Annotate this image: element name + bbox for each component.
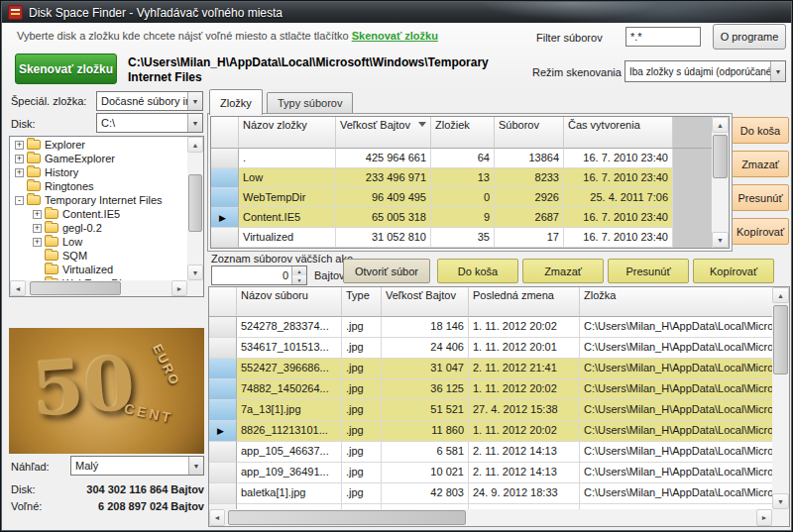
folder-tree[interactable]: +Explorer+GameExplorer+HistoryRingtones-… [9,136,204,297]
file-row[interactable]: 8826_11213101....jpg11 8601. 11. 2012 20… [209,421,772,442]
tree-item[interactable]: -Temporary Internet Files [10,193,187,207]
scroll-left-icon[interactable] [10,280,26,296]
folders-scrollbar-vertical[interactable] [712,117,729,248]
collapse-icon[interactable]: - [15,196,24,205]
folder-delete-button[interactable]: Zmazať [732,151,789,177]
expand-icon[interactable]: + [15,141,24,150]
row-selector[interactable] [211,188,239,208]
file-row[interactable]: 7a_13[1].jpg.jpg51 52127. 4. 2012 15:38C… [209,400,772,421]
column-header-modified[interactable]: Posledná zmena [469,287,580,317]
column-header-file-count[interactable]: Súborov [495,117,564,149]
expand-icon[interactable]: + [33,238,42,247]
tree-item[interactable]: Ringtones [10,179,187,193]
preview-size-select[interactable]: Malý [70,456,204,476]
scrollbar-track[interactable] [712,133,729,232]
column-header-folder[interactable]: Zložka [580,287,772,317]
file-copy-button[interactable]: Kopírovať [693,259,774,283]
tree-item[interactable]: +GameExplorer [10,152,187,165]
open-file-button[interactable]: Otvoriť súbor [343,259,430,283]
row-selector[interactable] [209,379,237,400]
tree-scrollbar-horizontal[interactable] [10,280,187,296]
about-button[interactable]: O programe [713,24,786,50]
scroll-right-icon[interactable] [171,280,187,296]
row-selector[interactable] [209,338,237,359]
row-selector[interactable] [209,359,237,379]
special-folder-select[interactable]: Dočasné súbory inter [96,91,203,111]
file-row[interactable]: app_109_36491....jpg10 0212. 11. 2012 14… [209,463,772,483]
files-scrollbar-horizontal[interactable] [209,509,772,526]
file-move-button[interactable]: Presunúť [608,259,689,283]
files-scrollbar-vertical[interactable] [772,287,789,509]
file-row[interactable]: 552427_396686....jpg31 0472. 11. 2012 21… [209,359,772,379]
chevron-down-icon[interactable] [187,92,202,110]
tree-item[interactable]: +Low [10,235,187,249]
filter-input[interactable]: *.* [625,27,701,47]
row-selector[interactable] [211,208,239,228]
tree-item[interactable]: +gegl-0.2 [10,221,187,235]
title-bar[interactable]: Disk Space Finder - Vyhľadávač voľného m… [2,2,791,23]
min-size-input[interactable]: 0 [211,266,307,285]
grid-corner-cell[interactable] [211,117,239,149]
file-row[interactable]: app_105_46637....jpg6 5812. 11. 2012 14:… [209,442,772,463]
column-header-size[interactable]: Veľkosť Bajtov [382,287,469,317]
folder-row[interactable]: Low233 496 97113823316. 7. 2010 23:40 [211,168,712,188]
row-selector[interactable] [209,421,237,442]
file-trash-button[interactable]: Do koša [437,259,518,283]
spinner-down-icon[interactable] [292,275,306,284]
scan-mode-select[interactable]: Iba zložky s údajmi (odporúčané) [624,60,786,82]
file-row[interactable]: baletka[1].jpg.jpg42 80324. 9. 2012 18:3… [209,483,772,504]
row-selector[interactable] [209,442,237,463]
folder-row[interactable]: .425 964 661641386416. 7. 2010 23:40 [211,149,712,168]
column-header-file-name[interactable]: Názov súboru [237,287,342,317]
spinner-up-icon[interactable] [292,266,306,275]
scan-folder-link[interactable]: Skenovať zložku [352,30,438,42]
scroll-down-icon[interactable] [187,265,203,280]
chevron-down-icon[interactable] [187,114,202,132]
scroll-left-icon[interactable] [209,509,225,526]
row-selector[interactable] [209,400,237,421]
scrollbar-track[interactable] [26,280,171,296]
scrollbar-track[interactable] [187,153,203,265]
column-header-created[interactable]: Čas vytvorenia [564,117,673,149]
scroll-down-icon[interactable] [772,493,789,509]
expand-icon[interactable]: + [33,224,42,233]
row-selector[interactable] [209,483,237,504]
scrollbar-thumb[interactable] [773,305,788,374]
tree-item[interactable]: Virtualized [10,263,187,276]
scroll-right-icon[interactable] [756,509,772,526]
tab-file-types[interactable]: Typy súborov [267,92,353,113]
folder-row[interactable]: Virtualized31 052 810351716. 7. 2010 23:… [211,228,712,248]
tree-scrollbar-vertical[interactable] [187,137,203,280]
expand-icon[interactable]: + [15,168,24,177]
folder-trash-button[interactable]: Do koša [732,117,789,144]
scroll-up-icon[interactable] [187,137,203,153]
file-row[interactable]: 74882_1450264....jpg36 1251. 11. 2012 20… [209,379,772,400]
scroll-up-icon[interactable] [772,287,789,303]
scrollbar-thumb[interactable] [30,281,121,295]
folder-move-button[interactable]: Presunúť [732,184,789,211]
row-selector[interactable] [211,228,239,248]
tab-folders[interactable]: Zložky [209,89,263,115]
size-spinner[interactable] [291,266,306,284]
chevron-down-icon[interactable] [188,457,203,475]
scrollbar-thumb[interactable] [713,135,728,178]
disk-select[interactable]: C:\ [96,113,203,133]
scan-folder-button[interactable]: Skenovať zložku [15,53,117,84]
folder-row[interactable]: Content.IE565 005 3189268716. 7. 2010 23… [211,208,712,228]
tree-item[interactable]: +Content.IE5 [10,207,187,221]
file-row[interactable]: 534617_101513....jpg24 4061. 11. 2012 20… [209,338,772,359]
grid-corner-cell[interactable] [209,287,237,317]
scroll-down-icon[interactable] [712,232,729,248]
tree-item[interactable]: +History [10,165,187,179]
folder-copy-button[interactable]: Kopírovať [732,218,789,245]
folder-row[interactable]: WebTempDir96 409 4950292625. 4. 2011 7:0… [211,188,712,208]
row-selector[interactable] [209,317,237,338]
file-row[interactable]: 524278_283374....jpg18 1461. 11. 2012 20… [209,317,772,338]
chevron-down-icon[interactable] [770,61,785,81]
column-header-folder-name[interactable]: Názov zložky [239,117,336,149]
expand-icon[interactable]: + [15,155,24,163]
row-selector[interactable] [211,168,239,188]
column-header-size[interactable]: Veľkosť Bajtov [336,117,431,149]
column-header-type[interactable]: Type [342,287,382,317]
scrollbar-thumb[interactable] [188,174,202,232]
